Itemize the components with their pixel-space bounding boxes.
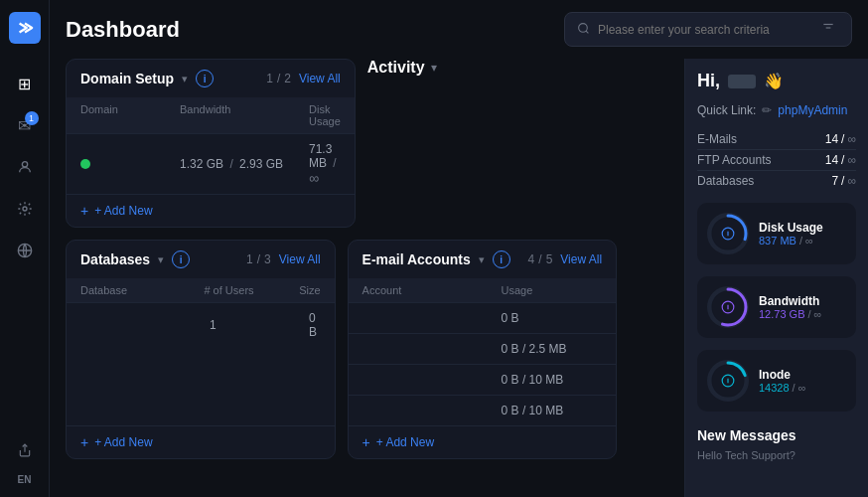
sidebar-item-users[interactable] [7, 149, 43, 185]
email-add-new[interactable]: + + Add New [349, 425, 617, 458]
domain-setup-count: 1 / 2 View All [266, 72, 341, 85]
activity-title: Activity [367, 59, 425, 77]
databases-chevron[interactable]: ▾ [158, 253, 164, 266]
sidebar-item-globe[interactable] [7, 233, 43, 268]
sidebar-item-share[interactable] [7, 432, 43, 468]
main-content: Dashboard [50, 0, 868, 497]
email-table-header: Account Usage [349, 278, 617, 302]
stat-databases: Databases 7 / ∞ [697, 171, 856, 191]
svg-line-5 [586, 31, 588, 33]
email-row-0: 0 B [349, 302, 617, 333]
search-bar [564, 12, 852, 47]
sidebar-item-apps[interactable]: ⊞ [7, 66, 43, 101]
bottom-row: Databases ▾ i 1 / 3 View All Database [66, 240, 617, 459]
gauge-inode-info: Inode 14328 / ∞ [759, 368, 846, 394]
filter-icon[interactable] [817, 19, 839, 40]
avatar [728, 75, 756, 88]
email-view-all[interactable]: View All [560, 252, 602, 266]
databases-count: 1 / 3 View All [246, 252, 321, 266]
greeting-text: Hi, [697, 71, 720, 91]
databases-table-header: Database # of Users Size [67, 278, 335, 302]
stats-section: E-Mails 14 / ∞ FTP Accounts 14 / ∞ [697, 129, 856, 191]
sidebar-item-messages[interactable]: ✉ 1 [7, 107, 43, 143]
gauge-bandwidth-info: Bandwidth 12.73 GB / ∞ [759, 294, 846, 320]
domain-setup-header: Domain Setup ▾ i 1 / 2 View All [67, 60, 355, 97]
domain-setup-info[interactable]: i [196, 70, 214, 87]
lang-button[interactable]: EN [18, 474, 32, 485]
gauge-disk-circle [707, 213, 749, 254]
domain-status-dot [80, 159, 90, 169]
search-icon [577, 22, 590, 38]
email-accounts-card: E-mail Accounts ▾ i 4 / 5 View All Acc [348, 240, 618, 459]
domain-setup-title: Domain Setup [80, 71, 174, 86]
gauge-disk: Disk Usage 837 MB / ∞ [697, 203, 856, 264]
sidebar-item-settings[interactable] [7, 191, 43, 227]
email-row-3: 0 B / 10 MB [349, 395, 617, 425]
email-title: E-mail Accounts [362, 251, 471, 267]
databases-table-row: 1 0 B [67, 302, 335, 347]
gauge-bandwidth-circle [707, 286, 749, 328]
sidebar-logo[interactable] [9, 12, 41, 44]
domain-setup-chevron[interactable]: ▾ [182, 73, 188, 85]
email-header: E-mail Accounts ▾ i 4 / 5 View All [349, 241, 617, 278]
gauge-bandwidth: Bandwidth 12.73 GB / ∞ [697, 276, 856, 338]
email-count: 4 / 5 View All [528, 252, 603, 266]
email-chevron[interactable]: ▾ [479, 253, 485, 266]
svg-point-1 [23, 207, 27, 211]
activity-chevron[interactable]: ▾ [431, 61, 437, 75]
edit-icon[interactable]: ✏ [762, 103, 772, 117]
databases-add-new[interactable]: + + Add New [67, 425, 335, 458]
stat-ftp: FTP Accounts 14 / ∞ [697, 150, 856, 171]
message-item-0[interactable]: Hello Tech Support? [697, 447, 856, 463]
email-info[interactable]: i [493, 250, 510, 268]
gauge-inode: Inode 14328 / ∞ [697, 350, 856, 412]
activity-header: Activity ▾ [367, 59, 672, 83]
gauge-disk-info: Disk Usage 837 MB / ∞ [759, 221, 846, 247]
databases-title: Databases [80, 251, 150, 267]
domain-add-new[interactable]: + + Add New [67, 194, 355, 227]
messages-badge: 1 [25, 111, 39, 125]
new-messages-title: New Messages [697, 423, 856, 447]
greeting-emoji: 👋 [764, 72, 784, 90]
header: Dashboard [50, 0, 868, 59]
sidebar-bottom: EN [7, 432, 43, 485]
databases-info[interactable]: i [172, 250, 190, 268]
sidebar: ⊞ ✉ 1 EN [0, 0, 50, 497]
content-area: Domain Setup ▾ i 1 / 2 View All [50, 59, 868, 497]
stat-emails: E-Mails 14 / ∞ [697, 129, 856, 150]
databases-view-all[interactable]: View All [279, 252, 321, 266]
quick-links: Quick Link: ✏ phpMyAdmin [697, 103, 856, 117]
page-title: Dashboard [66, 17, 180, 43]
search-input[interactable] [598, 23, 809, 37]
domain-table-header: Domain Bandwidth Disk Usage [67, 97, 355, 133]
right-panel: Hi, 👋 Quick Link: ✏ phpMyAdmin E-Mails 1… [684, 59, 868, 497]
right-panel-header: Hi, 👋 [697, 71, 856, 91]
domain-setup-card: Domain Setup ▾ i 1 / 2 View All [66, 59, 356, 228]
svg-point-0 [22, 162, 27, 167]
email-row-1: 0 B / 2.5 MB [349, 333, 617, 364]
new-messages-section: New Messages Hello Tech Support? [697, 423, 856, 463]
databases-header: Databases ▾ i 1 / 3 View All [67, 241, 335, 278]
svg-point-4 [579, 23, 588, 32]
quick-link-value[interactable]: phpMyAdmin [778, 103, 847, 117]
databases-card: Databases ▾ i 1 / 3 View All Database [66, 240, 336, 459]
domain-table-row: 1.32 GB / 2.93 GB 71.3 MB / ∞ [67, 133, 355, 194]
domain-setup-view-all[interactable]: View All [299, 72, 341, 85]
gauge-inode-circle [707, 360, 749, 402]
left-panels: Domain Setup ▾ i 1 / 2 View All [50, 59, 684, 497]
email-row-2: 0 B / 10 MB [349, 364, 617, 395]
